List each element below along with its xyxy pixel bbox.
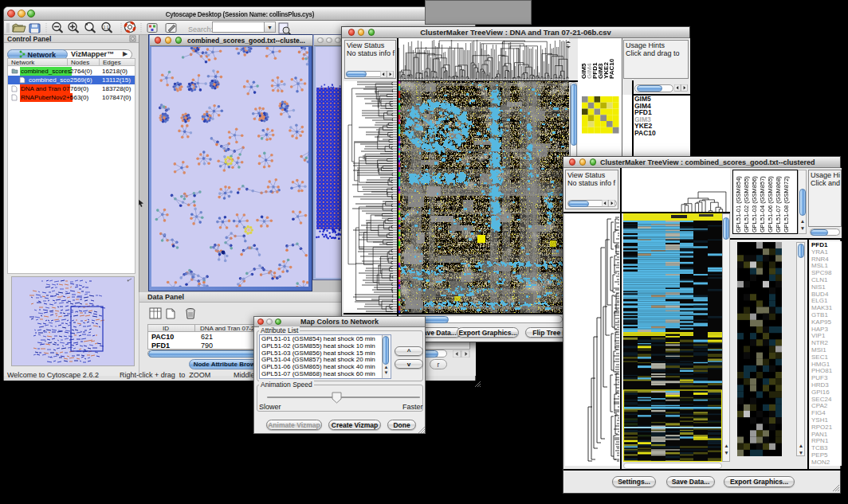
svg-text:1:1: 1:1 bbox=[104, 25, 109, 29]
